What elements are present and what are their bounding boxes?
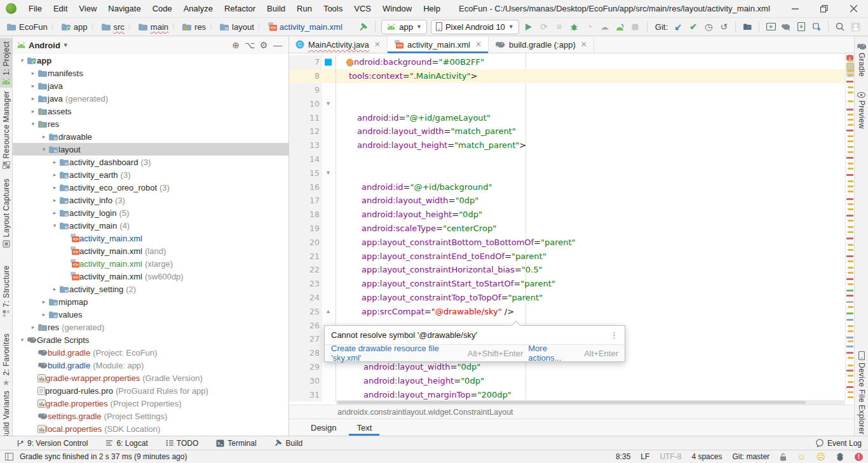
code-line-17[interactable]: 17android:layout_width="0dp" <box>289 194 845 208</box>
tree-collapsed-arrow[interactable]: ▸ <box>29 108 37 114</box>
tree-collapsed-arrow[interactable]: ▸ <box>39 133 48 140</box>
tree-item-activity-setting-2[interactable]: ▸activity_setting(2) <box>13 283 288 295</box>
breadcrumb-layout[interactable]: layout <box>218 22 255 32</box>
tree-collapsed-arrow[interactable]: ▸ <box>29 95 37 102</box>
device-select[interactable]: Pixel Android 10▼ <box>431 20 519 34</box>
locate-file-button[interactable]: ⊕ <box>229 40 243 50</box>
stripe-mark[interactable] <box>846 238 853 239</box>
device-manager-button[interactable] <box>809 19 824 34</box>
tree-item-proguard-rules-pro-proguard-rules-for-app[interactable]: proguard-rules.pro(ProGuard Rules for ap… <box>13 384 288 397</box>
tree-item-gradle-wrapper-properties-gradle-version[interactable]: gradle-wrapper.properties(Gradle Version… <box>13 372 288 384</box>
stripe-mark[interactable] <box>846 55 853 57</box>
menu-code[interactable]: Code <box>147 0 178 18</box>
stripe-mark[interactable] <box>848 226 853 228</box>
project-structure-button[interactable] <box>740 19 755 34</box>
tree-item-java[interactable]: ▸java <box>13 79 288 92</box>
tool-button-2-favorites[interactable]: 2: Favorites★ <box>0 330 12 391</box>
tool-button-layout-captures[interactable]: Layout Captures <box>0 175 12 251</box>
tree-item-build-gradle-project-ecofun[interactable]: build.gradle(Project: EcoFun) <box>13 346 288 359</box>
close-tab-icon[interactable]: ✕ <box>475 40 482 49</box>
tree-item-manifests[interactable]: ▸manifests <box>13 67 288 79</box>
stripe-mark[interactable] <box>848 163 853 164</box>
stripe-mark[interactable] <box>848 180 853 182</box>
stripe-mark[interactable] <box>846 301 853 303</box>
code-line-15[interactable]: 15▼ <box>289 166 845 180</box>
status-8-35[interactable]: 8:35 <box>616 452 630 461</box>
tree-item-activity-eco-oreo-robot-3[interactable]: ▸activity_eco_oreo_robot(3) <box>13 181 288 194</box>
fold-marker-icon[interactable]: ▼ <box>325 170 331 176</box>
tree-collapsed-arrow[interactable]: ▸ <box>29 83 37 89</box>
tree-item-drawable[interactable]: ▸drawable <box>13 130 288 143</box>
stripe-mark[interactable] <box>848 203 853 205</box>
code-line-30[interactable]: 30android:layout_height="0dp" <box>289 373 845 387</box>
incognito-icon[interactable] <box>836 453 844 461</box>
menu-view[interactable]: View <box>73 0 102 18</box>
stripe-mark[interactable] <box>848 114 853 116</box>
menu-build[interactable]: Build <box>261 0 291 18</box>
stripe-mark[interactable] <box>848 140 853 142</box>
tree-item-build-gradle-module-app[interactable]: build.gradle(Module: app) <box>13 359 288 372</box>
breadcrumb-app[interactable]: app <box>60 22 89 32</box>
stripe-mark[interactable] <box>846 295 853 297</box>
stripe-mark[interactable] <box>848 381 853 383</box>
run-configuration-select[interactable]: app▼ <box>381 20 427 34</box>
stripe-mark[interactable] <box>848 208 853 210</box>
stripe-mark[interactable] <box>848 86 853 88</box>
happy-feedback-icon[interactable]: ☺ <box>797 452 806 461</box>
intention-bulb-icon[interactable] <box>346 58 353 65</box>
avatar-button[interactable] <box>848 19 863 34</box>
stripe-mark[interactable] <box>848 330 853 332</box>
status-utf-8[interactable]: UTF-8 <box>660 452 681 461</box>
tree-collapsed-arrow[interactable]: ▸ <box>50 197 59 203</box>
code-line-25[interactable]: 25▲app:srcCompat="@drawable/sky" /> <box>289 304 845 318</box>
tree-collapsed-arrow[interactable]: ▸ <box>50 184 59 191</box>
tree-item-app[interactable]: ▾app <box>13 54 288 67</box>
code-line-9[interactable]: 9 <box>289 83 845 97</box>
tree-collapsed-arrow[interactable]: ▸ <box>50 171 59 178</box>
tool-window-button-build[interactable]: Build <box>275 439 303 448</box>
menu-vcs[interactable]: VCS <box>348 0 377 18</box>
code-line-8[interactable]: 8tools:context=".MainActivity"> <box>289 69 845 83</box>
status-4-spaces[interactable]: 4 spaces <box>691 452 722 461</box>
editor-mode-tab-design[interactable]: Design <box>301 419 346 436</box>
stripe-mark[interactable] <box>846 370 853 372</box>
fold-marker-icon[interactable]: ▼ <box>325 100 331 107</box>
stripe-mark[interactable] <box>848 70 853 72</box>
git-rollback-button[interactable]: ↺ <box>716 19 731 34</box>
tree-expanded-arrow[interactable]: ▾ <box>39 146 48 152</box>
stripe-mark[interactable] <box>848 244 853 246</box>
code-line-16[interactable]: 16android:id="@+id/background" <box>289 180 845 194</box>
breadcrumb-src[interactable]: src <box>100 22 126 32</box>
tool-window-button-todo[interactable]: TODO <box>166 439 198 448</box>
git-update-button[interactable]: ↙ <box>670 19 686 34</box>
tree-item-gradle-properties-project-properties[interactable]: gradle.properties(Project Properties) <box>13 397 288 410</box>
stripe-mark[interactable] <box>846 215 853 217</box>
attach-profiler-button[interactable]: a <box>597 19 613 34</box>
stripe-mark[interactable] <box>846 319 853 321</box>
lock-icon[interactable] <box>780 453 787 461</box>
stripe-mark[interactable] <box>846 255 853 257</box>
tree-item-activity-login-5[interactable]: ▸activity_login(5) <box>13 206 288 219</box>
git-commit-button[interactable]: ✔ <box>686 19 701 34</box>
code-line-18[interactable]: 18android:layout_height="0dp" <box>289 208 845 222</box>
tree-item-settings-gradle-project-settings[interactable]: settings.gradle(Project Settings) <box>13 410 288 422</box>
stripe-mark[interactable] <box>848 340 853 342</box>
stripe-mark[interactable] <box>848 191 853 192</box>
tree-item-local-properties-sdk-location[interactable]: local.properties(SDK Location) <box>13 422 288 435</box>
menu-analyze[interactable]: Analyze <box>178 0 219 18</box>
stripe-mark[interactable] <box>848 168 853 170</box>
horizontal-scrollbar[interactable] <box>336 400 845 405</box>
tool-button-gradle[interactable]: Gradle <box>855 39 868 80</box>
color-preview-swatch[interactable] <box>325 58 332 65</box>
project-view-selector[interactable]: Android <box>29 41 60 50</box>
editor-tab-build-gradle-app[interactable]: build.gradle (:app)✕ <box>489 36 594 53</box>
code-line-31[interactable]: 31android:layout_marginTop="200dp" <box>289 387 845 401</box>
stripe-mark[interactable] <box>846 109 853 111</box>
profile-button[interactable]: ◔ <box>582 19 597 34</box>
stripe-mark[interactable] <box>848 249 853 251</box>
tree-collapsed-arrow[interactable]: ▸ <box>50 159 59 165</box>
tree-item-activity-info-3[interactable]: ▸activity_info(3) <box>13 194 288 206</box>
breadcrumb-ecofun[interactable]: EcoFun <box>5 22 49 32</box>
code-line-10[interactable]: 10▼ <box>289 97 845 111</box>
close-tab-icon[interactable]: ✕ <box>374 40 381 49</box>
